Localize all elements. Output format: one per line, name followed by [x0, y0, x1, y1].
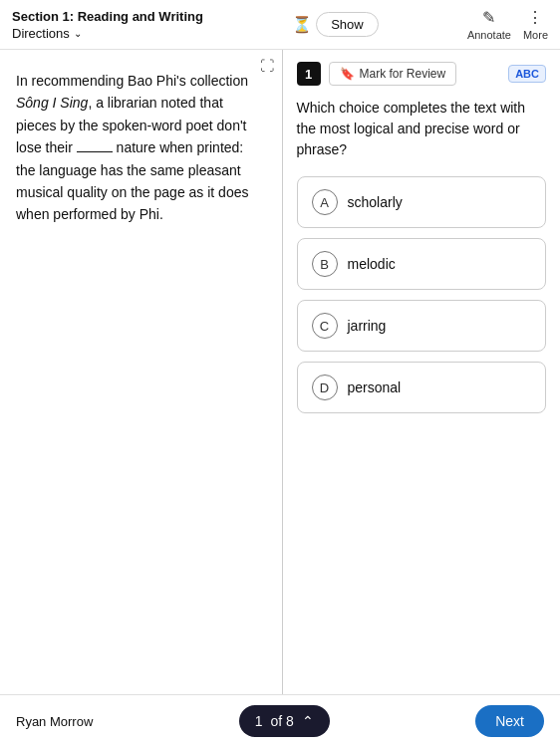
bookmark-icon: 🔖 [340, 67, 355, 81]
user-name: Ryan Morrow [16, 714, 93, 729]
section-title: Section 1: Reading and Writing [12, 9, 203, 24]
directions-label: Directions [12, 26, 70, 41]
choice-b[interactable]: B melodic [297, 238, 547, 290]
ellipsis-icon: ⋮ [527, 8, 543, 27]
question-header: 1 🔖 Mark for Review ABC [297, 62, 547, 86]
choice-a[interactable]: A scholarly [297, 176, 547, 228]
directions-button[interactable]: Directions ⌄ [12, 26, 203, 41]
choice-b-letter: B [312, 251, 338, 277]
abc-badge: ABC [508, 65, 546, 83]
chevron-up-icon: ⌃ [302, 713, 314, 729]
header-center: ⏳ Show [292, 12, 379, 37]
page-current: 1 [255, 713, 263, 729]
page-label: of 8 [270, 713, 293, 729]
mark-review-label: Mark for Review [360, 67, 446, 81]
blank-underline [77, 151, 113, 152]
header-right: ✎ Annotate ⋮ More [467, 8, 548, 41]
page-indicator[interactable]: 1 of 8 ⌃ [239, 705, 330, 737]
expand-passage-icon[interactable]: ⛶ [260, 58, 274, 74]
annotate-label: Annotate [467, 29, 511, 41]
choice-c-text: jarring [348, 318, 387, 334]
mark-for-review-button[interactable]: 🔖 Mark for Review [329, 62, 457, 86]
pencil-icon: ✎ [482, 8, 495, 27]
show-timer-button[interactable]: Show [316, 12, 379, 37]
passage-text: In recommending Bao Phi's collection Sôn… [16, 70, 266, 226]
timer-icon: ⏳ [292, 15, 312, 34]
question-text: Which choice completes the text with the… [297, 98, 547, 160]
content-area: ⛶ In recommending Bao Phi's collection S… [0, 50, 560, 694]
choice-d-text: personal [348, 379, 402, 395]
annotate-button[interactable]: ✎ Annotate [467, 8, 511, 41]
choice-a-letter: A [312, 189, 338, 215]
passage-panel: ⛶ In recommending Bao Phi's collection S… [0, 50, 283, 694]
choice-c-letter: C [312, 313, 338, 339]
choice-b-text: melodic [348, 256, 396, 272]
choice-c[interactable]: C jarring [297, 300, 547, 352]
choice-d[interactable]: D personal [297, 362, 547, 413]
next-button[interactable]: Next [475, 705, 544, 737]
more-button[interactable]: ⋮ More [523, 8, 548, 41]
choice-a-text: scholarly [348, 194, 403, 210]
choice-d-letter: D [312, 374, 338, 400]
question-number: 1 [297, 62, 321, 86]
footer: Ryan Morrow 1 of 8 ⌃ Next [0, 694, 560, 747]
more-label: More [523, 29, 548, 41]
chevron-down-icon: ⌄ [74, 28, 82, 39]
header-left: Section 1: Reading and Writing Direction… [12, 9, 203, 41]
question-panel: 1 🔖 Mark for Review ABC Which choice com… [283, 50, 561, 694]
header: Section 1: Reading and Writing Direction… [0, 0, 560, 50]
